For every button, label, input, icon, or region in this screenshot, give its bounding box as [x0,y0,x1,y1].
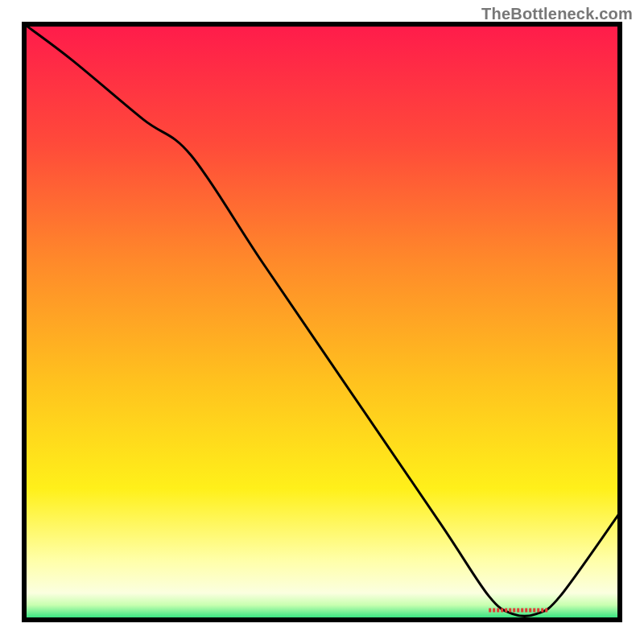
chart-container: TheBottleneck.com [0,0,644,644]
gradient-background [24,24,620,620]
bottleneck-plot [0,0,644,644]
